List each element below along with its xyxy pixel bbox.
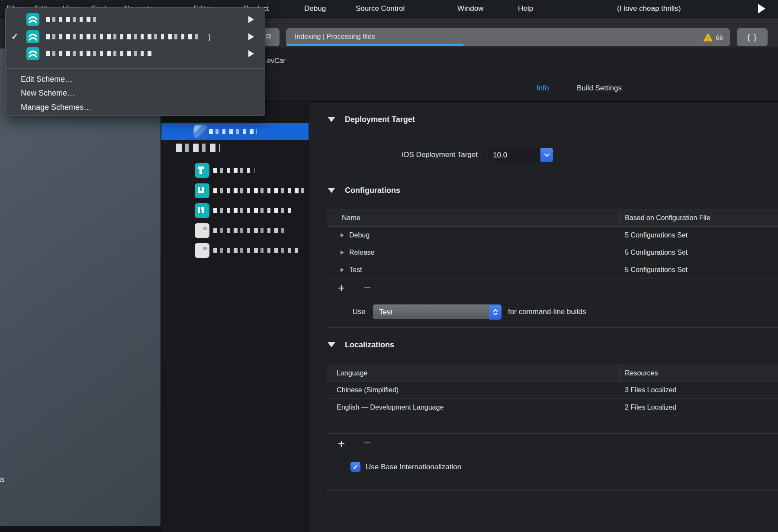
command-line-builds-label: for command-line builds	[508, 308, 586, 316]
chevron-down-icon[interactable]	[540, 148, 553, 162]
scheme-icon	[26, 30, 39, 43]
tab-info[interactable]: Info	[537, 75, 549, 102]
project-targets-panel	[161, 103, 309, 532]
config-value: 5 Configurations Set	[625, 227, 688, 244]
navigator-filter-bar	[0, 526, 161, 532]
scheme-name-suffix: )	[208, 32, 211, 42]
localizations-section-title: Localizations	[345, 340, 394, 349]
language-resources: 3 Files Localized	[625, 381, 676, 399]
add-configuration-button[interactable]: +	[334, 282, 349, 295]
edit-scheme-menu-item[interactable]: Edit Scheme…	[21, 75, 73, 84]
table-row[interactable]: Release 5 Configurations Set	[327, 244, 778, 261]
language-resources: 2 Files Localized	[625, 399, 676, 416]
remove-localization-button[interactable]: −	[360, 437, 375, 450]
braces-icon: { }	[747, 33, 757, 42]
language-name: Chinese (Simplified)	[337, 381, 399, 399]
config-name: Test	[349, 261, 362, 279]
column-divider[interactable]	[620, 367, 620, 379]
target-app-icon[interactable]	[195, 203, 209, 218]
use-label: Use	[344, 308, 366, 316]
target-bundle-icon[interactable]	[195, 243, 209, 258]
submenu-arrow-icon[interactable]	[248, 16, 254, 23]
deployment-disclosure-icon[interactable]	[328, 117, 335, 122]
configurations-section-title: Configurations	[345, 186, 400, 195]
ios-deployment-target-label: iOS Deployment Target	[359, 151, 478, 159]
project-name-redacted	[209, 129, 257, 134]
column-divider[interactable]	[620, 212, 620, 224]
scheme-name-redacted[interactable]	[46, 17, 98, 22]
col-language: Language	[337, 365, 367, 381]
project-row-selected[interactable]	[161, 123, 309, 140]
localizations-table: Language Resources Chinese (Simplified) …	[327, 365, 778, 434]
play-icon[interactable]	[758, 4, 765, 13]
warning-group[interactable]: ! 66	[703, 28, 723, 46]
deployment-section-title: Deployment Target	[345, 115, 415, 124]
project-icon	[194, 125, 207, 138]
scheme-name-redacted[interactable]	[46, 34, 199, 39]
table-row[interactable]: Chinese (Simplified) 3 Files Localized	[327, 381, 778, 399]
warning-count: 66	[716, 34, 723, 41]
section-divider	[327, 327, 778, 328]
target-name-redacted[interactable]	[213, 208, 291, 213]
menu-window[interactable]: Window	[457, 0, 483, 17]
configurations-table: Name Based on Configuration File Debug 5…	[327, 209, 778, 280]
menu-separator	[6, 68, 265, 69]
config-name: Debug	[349, 227, 370, 244]
col-based-on: Based on Configuration File	[625, 209, 710, 227]
activity-status-text: Indexing | Processing files	[295, 28, 375, 46]
configurations-disclosure-icon[interactable]	[328, 188, 335, 193]
target-name-redacted[interactable]	[213, 188, 304, 193]
table-row[interactable]: Test 5 Configurations Set	[327, 261, 778, 279]
scheme-icon	[26, 13, 39, 26]
ios-deployment-target-value: 10.0	[493, 148, 507, 162]
localizations-disclosure-icon[interactable]	[328, 342, 335, 347]
new-scheme-menu-item[interactable]: New Scheme…	[21, 89, 75, 98]
use-base-internationalization-label: Use Base Internationalization	[366, 463, 461, 471]
table-row[interactable]: English — Development Language 2 Files L…	[327, 399, 778, 416]
disclosure-right-icon[interactable]	[341, 233, 344, 237]
localizations-table-header: Language Resources	[327, 365, 778, 381]
project-navigator[interactable]: ts g-Header.h nces	[0, 48, 161, 532]
tab-build-settings[interactable]: Build Settings	[577, 75, 622, 102]
run-destination-label: R	[266, 33, 271, 42]
submenu-arrow-icon[interactable]	[248, 50, 254, 57]
target-name-redacted[interactable]	[213, 248, 298, 253]
table-row[interactable]: Debug 5 Configurations Set	[327, 227, 778, 244]
target-bundle-icon[interactable]	[195, 223, 209, 238]
jump-bar-project-name[interactable]: evCar	[267, 48, 286, 74]
menu-debug[interactable]: Debug	[304, 0, 326, 17]
target-name-redacted[interactable]	[213, 168, 254, 173]
disclosure-right-icon[interactable]	[341, 250, 344, 255]
scheme-dropdown-menu: ✓ ) Edit Scheme… New Scheme… Manage Sche…	[5, 7, 265, 116]
checkmark-icon: ✓	[11, 32, 18, 42]
col-resources: Resources	[625, 365, 658, 381]
disclosure-right-icon[interactable]	[341, 268, 344, 272]
target-app-icon[interactable]	[195, 183, 209, 198]
scheme-icon	[26, 47, 39, 60]
menu-help[interactable]: Help	[518, 0, 533, 17]
ios-deployment-target-combo[interactable]: 10.0	[488, 148, 553, 162]
configurations-table-header: Name Based on Configuration File	[327, 209, 778, 227]
navigator-item-fragment[interactable]: ts	[0, 476, 4, 484]
menu-source-control[interactable]: Source Control	[356, 0, 405, 17]
menubar-status-text: (I love cheap thrills)	[617, 0, 681, 17]
stepper-icon[interactable]	[489, 304, 502, 320]
language-name: English — Development Language	[337, 399, 444, 416]
code-review-button[interactable]: { }	[737, 28, 768, 46]
targets-header-redacted	[176, 144, 220, 152]
use-base-internationalization-checkbox[interactable]	[350, 462, 360, 472]
section-divider	[327, 490, 778, 491]
remove-configuration-button[interactable]: −	[360, 281, 375, 294]
config-name: Release	[349, 244, 375, 261]
manage-schemes-menu-item[interactable]: Manage Schemes…	[21, 103, 91, 112]
command-line-config-value: Test	[379, 305, 392, 319]
scheme-name-redacted[interactable]	[46, 51, 154, 56]
add-localization-button[interactable]: +	[334, 438, 349, 451]
activity-viewer: Indexing | Processing files ! 66	[286, 28, 730, 46]
command-line-config-popup[interactable]: Test	[373, 304, 501, 319]
target-name-redacted[interactable]	[213, 228, 288, 233]
target-app-icon[interactable]	[195, 163, 209, 178]
col-name: Name	[342, 209, 360, 227]
submenu-arrow-icon[interactable]	[248, 33, 254, 40]
warning-icon: !	[703, 33, 713, 42]
